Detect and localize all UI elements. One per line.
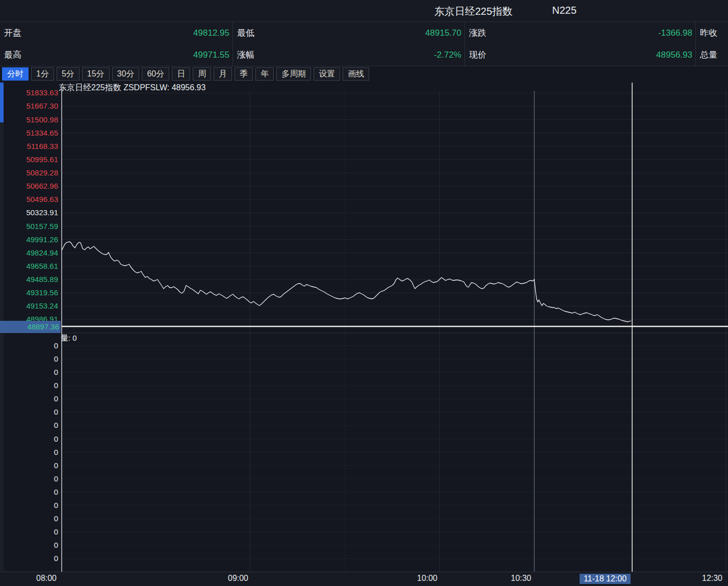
price-tick: 50995.61 [3,155,58,164]
trading-app: 东京日经225指数 N225 开盘49812.95最高49971.55最低489… [0,0,728,586]
volume-tick: 0 [3,527,58,537]
price-tick: 51500.98 [3,115,58,124]
instrument-title: 东京日经225指数 [434,5,512,18]
tab-1分[interactable]: 1分 [31,67,54,81]
tab-60分[interactable]: 60分 [142,67,169,81]
price-tick: 49319.56 [3,288,58,297]
tab-15分[interactable]: 15分 [82,67,110,81]
title-bar: 东京日经225指数 N225 [0,0,728,21]
info-cell: 最高49971.55 [0,44,232,66]
time-tick: 09:00 [228,574,248,583]
price-tick: 49824.94 [3,248,58,258]
crosshair-price-label: 48897.36 [0,321,61,333]
price-tick: 50323.91 [3,208,58,217]
info-value: 49971.55 [193,50,229,60]
time-tick: 12:30 [702,574,722,583]
price-tick: 49991.26 [3,235,58,244]
price-tick: 49485.89 [3,275,58,284]
price-tick: 51833.63 [3,88,58,97]
volume-tick: 0 [3,354,58,364]
tab-分时[interactable]: 分时 [2,67,29,81]
volume-tick: 0 [3,554,58,563]
time-axis: 08:0009:0010:0010:3011-18 12:0012:30 [0,572,728,586]
instrument-symbol: N225 [552,5,577,16]
price-tick: 50829.28 [3,168,58,177]
tab-周[interactable]: 周 [193,67,211,81]
volume-tick: 0 [3,514,58,523]
tab-多周期[interactable]: 多周期 [276,67,311,81]
info-cell: 现价48956.93 [465,44,695,66]
info-value: -2.72% [434,50,461,60]
price-tick: 49153.24 [3,301,58,311]
info-cell: 总量 [696,44,728,66]
tab-30分[interactable]: 30分 [112,67,140,81]
price-line [62,242,631,322]
price-tick: 51334.65 [3,129,58,138]
volume-tick: 0 [3,368,58,377]
volume-tick: 0 [3,448,58,457]
volume-pane-label: 量: 0 [61,334,77,343]
chart-legend: 东京日经225指数 ZSDPFSLW: 48956.93 [59,83,205,93]
tab-年[interactable]: 年 [255,67,274,81]
volume-tick: 0 [3,501,58,510]
volume-tick: 0 [3,381,58,390]
volume-tick: 0 [3,421,58,430]
info-label: 总量 [700,49,717,61]
price-tick: 50157.59 [3,222,58,231]
info-label: 最低 [237,27,254,39]
tab-月[interactable]: 月 [214,67,232,81]
info-cell: 开盘49812.95 [0,22,232,44]
info-label: 昨收 [700,27,717,39]
info-cell: 昨收 [696,22,728,44]
price-tick: 50662.96 [3,182,58,191]
info-value: 48956.93 [656,50,692,60]
tab-日[interactable]: 日 [172,67,190,81]
time-tick: 10:00 [417,574,437,583]
info-cell: 涨跌-1366.98 [465,22,695,44]
volume-tick: 0 [3,541,58,550]
volume-tick: 0 [3,341,58,350]
time-tick: 08:00 [36,574,57,583]
info-column: 昨收总量 [696,22,728,66]
tab-画线[interactable]: 画线 [343,67,369,81]
info-cell: 最低48915.70 [233,22,464,44]
volume-tick: 0 [3,461,58,470]
price-tick: 51667.30 [3,101,58,111]
price-tick: 49658.61 [3,262,58,271]
info-label: 涨跌 [469,27,486,39]
quote-info-bar: 开盘49812.95最高49971.55最低48915.70涨幅-2.72%涨跌… [0,21,728,66]
info-value: 49812.95 [193,28,229,38]
info-cell: 涨幅-2.72% [233,44,464,66]
tab-设置[interactable]: 设置 [314,67,340,81]
info-column: 开盘49812.95最高49971.55 [0,22,233,66]
price-tick: 51168.33 [3,142,58,151]
period-tab-bar: 分时1分5分15分30分60分日周月季年多周期设置画线 [0,66,728,82]
volume-tick: 0 [3,394,58,403]
chart-region[interactable]: 51833.6351667.3051500.9851334.6551168.33… [0,82,728,572]
info-label: 现价 [469,49,486,61]
info-label: 开盘 [4,27,21,39]
volume-tick: 0 [3,488,58,497]
info-column: 最低48915.70涨幅-2.72% [233,22,465,66]
info-value: 48915.70 [425,28,461,38]
tab-5分[interactable]: 5分 [57,67,80,81]
info-column: 涨跌-1366.98现价48956.93 [465,22,696,66]
info-value: -1366.98 [658,28,692,38]
crosshair-time-label: 11-18 12:00 [580,574,631,584]
volume-tick: 0 [3,474,58,483]
volume-tick: 0 [3,407,58,417]
volume-tick: 0 [3,435,58,444]
tab-季[interactable]: 季 [235,67,253,81]
intraday-chart[interactable] [0,82,728,572]
price-tick: 50496.63 [3,195,58,204]
info-label: 涨幅 [237,49,254,61]
time-tick: 10:30 [511,574,531,583]
info-label: 最高 [4,49,21,61]
